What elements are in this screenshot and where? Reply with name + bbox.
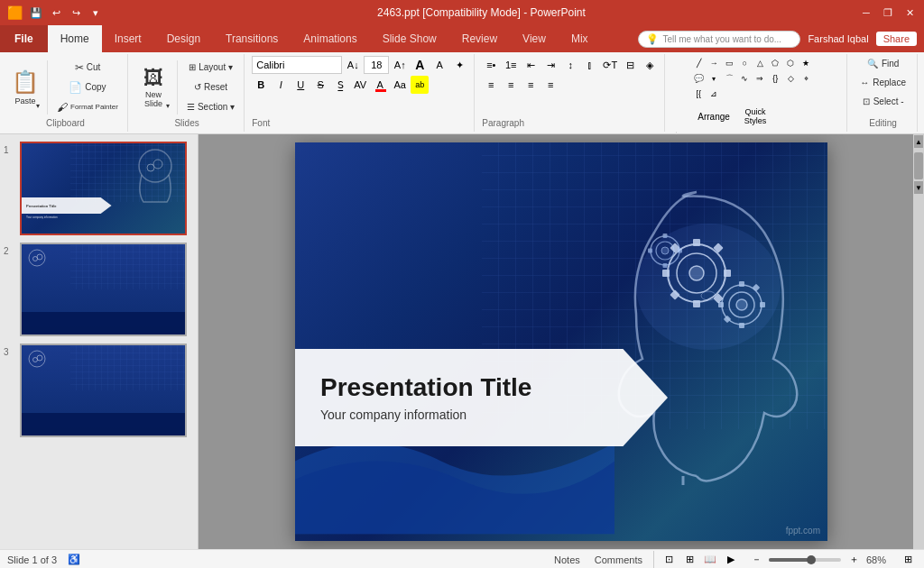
shape-circle-btn[interactable]: ○	[737, 56, 752, 70]
notes-button[interactable]: Notes	[550, 553, 584, 567]
smartart-btn[interactable]: ◈	[641, 56, 659, 74]
find-button[interactable]: 🔍 Find	[855, 56, 911, 71]
shape-equation-btn[interactable]: {}	[768, 71, 782, 86]
columns-btn[interactable]: ⫿	[581, 56, 599, 74]
tab-home[interactable]: Home	[48, 25, 102, 52]
scrollbar-thumb[interactable]	[914, 152, 923, 179]
slideshow-btn[interactable]: ▶	[722, 551, 740, 569]
shape-block-arrow-btn[interactable]: ⇒	[753, 71, 767, 86]
main-slide-canvas[interactable]: Presentation Title Your company informat…	[295, 142, 827, 541]
fit-slide-btn[interactable]: ⊞	[899, 551, 917, 569]
line-spacing-btn[interactable]: ↕	[561, 56, 579, 74]
layout-button[interactable]: ⊞ Layout ▾	[183, 59, 238, 77]
indent-less-btn[interactable]: ⇤	[522, 56, 540, 74]
shape-line-btn[interactable]: ╱	[691, 56, 706, 70]
shape-pentagon-btn[interactable]: ⬠	[768, 56, 782, 70]
slide-title-banner[interactable]: Presentation Title Your company informat…	[295, 349, 668, 446]
zoom-out-btn[interactable]: －	[747, 551, 765, 569]
tab-mix[interactable]: Mix	[559, 25, 601, 52]
shape-flowchart-btn[interactable]: ◇	[783, 71, 798, 86]
share-button[interactable]: Share	[876, 32, 917, 46]
text-direction-btn[interactable]: ⟳T	[601, 56, 619, 74]
close-btn[interactable]: ✕	[902, 5, 917, 20]
slide-sorter-btn[interactable]: ⊞	[680, 551, 698, 569]
undo-quick-btn[interactable]: ↩	[48, 5, 64, 21]
align-left-btn[interactable]: ≡	[482, 76, 500, 94]
minimize-btn[interactable]: ─	[859, 5, 873, 20]
decrease-font-btn[interactable]: A	[430, 56, 448, 74]
quick-styles-button[interactable]: Quick Styles	[740, 103, 772, 130]
increase-font-btn[interactable]: A	[411, 56, 429, 74]
tab-insert[interactable]: Insert	[102, 25, 154, 52]
reset-button[interactable]: ↺ Reset	[183, 78, 238, 96]
tell-me-box[interactable]: 💡 Tell me what you want to do...	[638, 31, 800, 48]
italic-btn[interactable]: I	[272, 76, 290, 94]
char-case-btn[interactable]: Aa	[391, 76, 409, 94]
vertical-scrollbar[interactable]: ▲ ▼	[913, 134, 924, 549]
bullets-btn[interactable]: ≡•	[482, 56, 500, 74]
justify-btn[interactable]: ≡	[541, 76, 559, 94]
format-painter-button[interactable]: 🖌 Format Painter	[53, 98, 122, 116]
shape-rect-btn[interactable]: ▭	[722, 56, 736, 70]
align-center-btn[interactable]: ≡	[502, 76, 520, 94]
shape-triangle-btn[interactable]: △	[753, 56, 767, 70]
shape-star-btn[interactable]: ★	[799, 56, 813, 70]
tab-view[interactable]: View	[510, 25, 559, 52]
tab-file[interactable]: File	[0, 25, 48, 52]
bold-btn[interactable]: B	[252, 76, 270, 94]
zoom-slider[interactable]	[769, 558, 841, 562]
arrange-button[interactable]: Arrange	[691, 107, 736, 125]
tab-slideshow[interactable]: Slide Show	[370, 25, 449, 52]
shape-freeform-btn[interactable]: ∿	[737, 71, 752, 86]
shape-ribbon-btn[interactable]: ⌖	[799, 71, 813, 86]
zoom-in-btn[interactable]: ＋	[845, 551, 863, 569]
tab-transitions[interactable]: Transitions	[213, 25, 291, 52]
new-slide-button[interactable]: 🖼 New Slide ▾	[135, 63, 171, 112]
slide-thumb-1[interactable]: 1 Present	[4, 142, 194, 235]
shape-more-btn[interactable]: ▾	[707, 71, 721, 86]
reading-view-btn[interactable]: 📖	[701, 551, 719, 569]
font-size-input[interactable]	[364, 56, 389, 74]
shape-bracket-btn[interactable]: [{	[691, 87, 706, 101]
select-button[interactable]: ⊡ Select -	[855, 94, 911, 109]
slide-image-2[interactable]	[20, 243, 187, 336]
slide-thumb-2[interactable]: 2	[4, 243, 194, 336]
align-right-btn[interactable]: ≡	[522, 76, 540, 94]
slide-thumb-3[interactable]: 3	[4, 344, 194, 437]
copy-button[interactable]: 📄 Copy	[53, 78, 122, 96]
redo-quick-btn[interactable]: ↪	[68, 5, 84, 21]
clear-format-btn[interactable]: ✦	[450, 56, 468, 74]
text-highlight-btn[interactable]: ab	[411, 76, 429, 94]
numbering-btn[interactable]: 1≡	[502, 56, 520, 74]
shape-callout-btn[interactable]: 💬	[691, 71, 706, 86]
comments-button[interactable]: Comments	[591, 553, 646, 567]
shape-action-btn[interactable]: ⊿	[707, 87, 721, 101]
shape-hexagon-btn[interactable]: ⬡	[783, 56, 798, 70]
font-name-input[interactable]	[252, 56, 342, 74]
align-text-btn[interactable]: ⊟	[621, 56, 639, 74]
tab-animations[interactable]: Animations	[291, 25, 369, 52]
paste-button[interactable]: 📋 Paste ▾	[9, 63, 42, 112]
shadow-btn[interactable]: S̲	[331, 76, 349, 94]
underline-btn[interactable]: U	[291, 76, 310, 94]
tab-design[interactable]: Design	[154, 25, 213, 52]
save-quick-btn[interactable]: 💾	[28, 5, 44, 21]
cut-button[interactable]: ✂ Cut	[53, 59, 122, 77]
tab-review[interactable]: Review	[449, 25, 510, 52]
strikethrough-btn[interactable]: S	[311, 76, 329, 94]
font-size-down-btn[interactable]: A↓	[344, 56, 362, 74]
font-size-up-btn[interactable]: A↑	[391, 56, 409, 74]
char-spacing-btn[interactable]: AV	[351, 76, 369, 94]
shape-arrow-btn[interactable]: →	[707, 56, 721, 70]
customize-quick-btn[interactable]: ▾	[88, 5, 104, 21]
quick-access-toolbar: 💾 ↩ ↪ ▾	[28, 5, 104, 21]
indent-more-btn[interactable]: ⇥	[541, 56, 559, 74]
font-color-btn[interactable]: A	[371, 76, 389, 94]
section-button[interactable]: ☰ Section ▾	[183, 98, 238, 116]
restore-btn[interactable]: ❐	[881, 5, 895, 20]
normal-view-btn[interactable]: ⊡	[660, 551, 678, 569]
slide-image-1[interactable]: Presentation Title Your company informat…	[20, 142, 187, 235]
shape-curve-btn[interactable]: ⌒	[722, 71, 736, 86]
replace-button[interactable]: ↔ Replace	[855, 75, 911, 90]
slide-image-3[interactable]	[20, 344, 187, 437]
